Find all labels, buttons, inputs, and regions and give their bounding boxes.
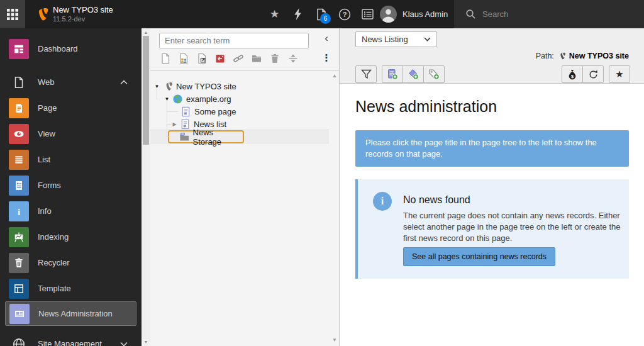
opened-documents-button[interactable]: 6 [309, 0, 333, 28]
scroll-up-arrow[interactable]: ▲ [142, 30, 150, 35]
dashboard-icon [9, 39, 29, 59]
scrollbar-thumb[interactable] [143, 36, 149, 145]
user-menu[interactable]: Klaus Admin [380, 0, 448, 28]
view-module-icon [9, 124, 29, 144]
scroll-down-arrow[interactable]: ▼ [142, 340, 150, 344]
typo3-backend: New TYPO3 site 11.5.2-dev ★ 6 [0, 0, 644, 346]
path-site-title: New TYPO3 site [569, 52, 629, 60]
refresh-icon [588, 69, 599, 80]
sidebar-item-list[interactable]: List [0, 147, 142, 172]
sidebar-item-template[interactable]: Template [0, 276, 142, 301]
docheader: News Listing Path: New TYPO3 site [340, 28, 644, 84]
apps-grid-icon [6, 8, 19, 21]
tree-selection-ring: News Storage [168, 130, 244, 143]
clear-cache-button[interactable] [286, 0, 309, 28]
sidebar-item-page[interactable]: Page [0, 95, 142, 121]
new-external-link-icon[interactable] [233, 53, 244, 64]
sidebar-item-label: Dashboard [38, 44, 78, 53]
sidebar-item-indexing[interactable]: Indexing [0, 224, 142, 250]
forms-module-icon [9, 176, 29, 196]
caret-collapsed-icon[interactable]: ▶ [171, 121, 178, 127]
docheader-buttons-left [355, 65, 445, 83]
new-shortcut-page-icon[interactable] [196, 53, 208, 64]
tree-more-options-button[interactable]: ⋮ [321, 52, 331, 64]
docheader-buttons-right: $ ★ [562, 65, 630, 83]
sidebar-item-label: News Administration [38, 309, 113, 318]
module-function-select[interactable]: News Listing [355, 31, 437, 47]
filter-button[interactable] [355, 65, 377, 83]
typo3-logo [33, 6, 49, 23]
sidebar-group-label: Site Management [38, 339, 102, 346]
typo3-site-icon [162, 81, 173, 92]
new-page-icon[interactable] [160, 53, 171, 64]
money-bag-icon: $ [567, 69, 578, 80]
global-search[interactable] [454, 0, 644, 28]
list-module-icon [9, 150, 29, 170]
category-add-icon [408, 69, 419, 80]
site-title: New TYPO3 site [53, 5, 113, 14]
search-input[interactable] [482, 9, 608, 19]
folder-storage-icon [179, 131, 190, 142]
tree-connector [167, 124, 172, 125]
new-mount-point-icon[interactable] [214, 53, 226, 64]
tree-search-input[interactable] [159, 33, 309, 48]
tree-node-site[interactable]: ▼ example.org [150, 92, 339, 105]
new-folder-icon[interactable] [251, 53, 262, 64]
sidebar-group-label: Web [38, 77, 55, 87]
tree-scroll-up-arrow[interactable]: ▲ [332, 73, 337, 79]
collapse-tree-button[interactable]: ‹ [320, 32, 333, 45]
lightning-bolt-icon [293, 8, 303, 20]
sidebar-item-label: Template [38, 284, 71, 293]
sidebar-item-news-administration[interactable]: News Administration [5, 301, 136, 326]
see-all-pages-button[interactable]: See all pages containing news records [403, 247, 555, 266]
sidebar-item-view[interactable]: View [0, 121, 142, 147]
bookmark-button[interactable]: ★ [609, 65, 630, 83]
sidebar-item-recycler[interactable]: Recycler [0, 250, 142, 276]
info-circle-icon: i [373, 192, 392, 211]
sidebar-group-site-management[interactable]: Site Management [0, 331, 142, 346]
tree-node-root[interactable]: ▼ New TYPO3 site [150, 80, 339, 92]
sidebar-group-web[interactable]: Web [0, 69, 142, 95]
news-administration-module-icon [9, 304, 30, 324]
opened-documents-badge: 6 [320, 13, 331, 24]
add-news-record-button[interactable] [382, 65, 403, 83]
system-information-button[interactable] [356, 0, 379, 28]
new-recycler-icon[interactable] [269, 53, 280, 64]
tree-node-news-storage[interactable]: News Storage [150, 130, 329, 143]
donate-button[interactable]: $ [562, 65, 583, 83]
module-menu-scrollbar[interactable]: ▲ ▼ [142, 28, 150, 346]
add-tag-button[interactable] [423, 65, 445, 83]
sidebar-item-label: View [38, 129, 55, 138]
new-backend-user-section-icon[interactable] [178, 53, 189, 64]
tree-connector [167, 111, 178, 112]
person-icon [380, 6, 397, 23]
sidebar-item-label: Recycler [38, 258, 70, 267]
sidebar-item-info[interactable]: i Info [0, 198, 142, 224]
site-management-group-icon [9, 334, 29, 346]
bookmarks-button[interactable]: ★ [263, 0, 286, 28]
no-news-callout: i No news found The current page does no… [355, 179, 629, 279]
site-info: New TYPO3 site 11.5.2-dev [53, 5, 113, 24]
tree-scroll-down-arrow[interactable]: ▼ [332, 337, 337, 343]
new-divider-icon[interactable] [287, 53, 299, 64]
path-label: Path: [536, 52, 554, 60]
module-function-value: News Listing [362, 35, 408, 44]
add-category-button[interactable] [402, 65, 424, 83]
sidebar-item-dashboard[interactable]: Dashboard [0, 36, 142, 62]
sidebar-item-forms[interactable]: Forms [0, 172, 142, 198]
svg-text:?: ? [342, 11, 347, 18]
refresh-button[interactable] [582, 65, 604, 83]
breadcrumb-path: Path: New TYPO3 site [536, 52, 629, 60]
info-banner: Please click the page title in the page … [355, 130, 629, 167]
info-module-icon: i [9, 201, 29, 221]
sidebar-item-label: Indexing [38, 232, 69, 242]
module-body: News administration Please click the pag… [340, 84, 644, 346]
list-panel-icon [362, 9, 374, 20]
typo3-version: 11.5.2-dev [53, 14, 113, 24]
help-button[interactable]: ? [333, 0, 356, 28]
module-menu-toggle-button[interactable] [0, 0, 25, 28]
tree-node-news-list[interactable]: ▶ News list [150, 118, 339, 130]
help-icon: ? [338, 8, 351, 21]
sidebar-item-label: List [38, 155, 50, 164]
tree-node-some-page[interactable]: Some page [150, 105, 339, 118]
